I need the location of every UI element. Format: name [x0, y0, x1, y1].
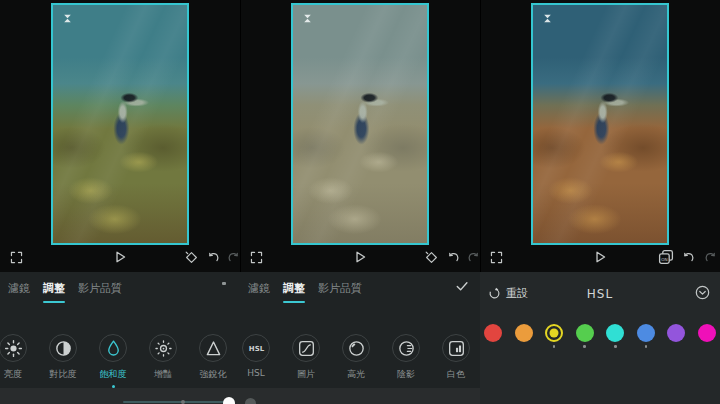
undo-icon[interactable]	[447, 251, 460, 264]
swatch-cyan-circle[interactable]	[606, 324, 624, 342]
underwater-photo	[53, 5, 187, 243]
tab-quality[interactable]: 影片品質	[318, 276, 362, 304]
underwater-photo	[293, 5, 427, 243]
fit-resize-icon[interactable]	[542, 13, 553, 24]
swatch-yellow[interactable]	[545, 324, 563, 348]
compare-icon[interactable]	[185, 251, 198, 264]
undo-icon[interactable]	[682, 251, 695, 264]
hsl-panel: 重設 HSL 色調 飽和度	[480, 272, 720, 404]
video-preview[interactable]	[531, 3, 669, 245]
redo-icon[interactable]	[467, 251, 480, 264]
video-preview[interactable]	[51, 3, 189, 245]
tool-white-label: 白色	[447, 368, 465, 381]
sharpen-icon	[199, 334, 227, 362]
modified-indicator-dot	[645, 345, 648, 348]
compare-on-icon[interactable]: ON	[658, 249, 674, 265]
tool-saturation-label: 飽和度	[100, 368, 127, 381]
tool-brightness-label: 亮度	[4, 368, 22, 381]
tool-vibrance-label: 增豔	[154, 368, 172, 381]
swatch-purple[interactable]	[667, 324, 685, 348]
shadow-icon	[392, 334, 420, 362]
swatch-green[interactable]	[576, 324, 594, 348]
tool-white[interactable]: 白色	[431, 334, 481, 381]
fit-resize-icon[interactable]	[62, 13, 73, 24]
swatch-magenta[interactable]	[698, 324, 716, 348]
swatch-blue[interactable]	[637, 324, 655, 348]
check-icon[interactable]	[455, 279, 469, 293]
play-icon[interactable]	[353, 250, 367, 264]
value-slider-center-marker	[181, 400, 185, 404]
swatch-yellow-circle[interactable]	[545, 324, 563, 342]
screenshot-adjust-basic: 濾鏡調整影片品質 亮度對比度飽和度增豔強銳化	[0, 0, 240, 404]
tab-adjust-label: 調整	[43, 282, 65, 295]
saturation-icon	[99, 334, 127, 362]
white-icon	[442, 334, 470, 362]
vibrance-icon	[149, 334, 177, 362]
screenshot-hsl: ON 重設 HSL 色調	[480, 0, 720, 404]
hsl-title: HSL	[480, 287, 720, 301]
video-preview[interactable]	[291, 3, 429, 245]
tool-vibrance[interactable]: 增豔	[138, 334, 188, 388]
redo-icon[interactable]	[704, 251, 717, 264]
tab-filter[interactable]: 濾鏡	[248, 276, 270, 304]
tab-quality-label: 影片品質	[78, 282, 122, 295]
hsl-color-row	[480, 324, 720, 348]
tool-contrast[interactable]: 對比度	[38, 334, 88, 388]
tool-shadow-label: 陰影	[397, 368, 415, 381]
contrast-icon	[49, 334, 77, 362]
tab-adjust[interactable]: 調整	[43, 276, 65, 304]
tool-strip: HSLHSL圖片高光陰影白色	[231, 334, 481, 381]
modified-indicator-dot	[614, 345, 617, 348]
tool-shadow[interactable]: 陰影	[381, 334, 431, 381]
play-icon[interactable]	[113, 250, 127, 264]
value-slider-strip	[240, 388, 480, 404]
tab-filter-label: 濾鏡	[8, 282, 30, 295]
undo-icon[interactable]	[207, 251, 220, 264]
swatch-cyan[interactable]	[606, 324, 624, 348]
brightness-icon	[0, 334, 27, 362]
hsl-header: 重設 HSL	[480, 283, 720, 305]
screenshot-adjust-scrolled: 濾鏡調整影片品質 HSLHSL圖片高光陰影白色	[240, 0, 480, 404]
tool-brightness[interactable]: 亮度	[0, 334, 38, 388]
hsl-icon: HSL	[242, 334, 270, 362]
modified-indicator-dot	[553, 345, 556, 348]
value-slider-track[interactable]	[123, 401, 233, 403]
redo-icon[interactable]	[227, 251, 240, 264]
swatch-green-circle[interactable]	[576, 324, 594, 342]
value-slider-knob[interactable]	[245, 398, 256, 404]
swatch-purple-circle[interactable]	[667, 324, 685, 342]
tab-quality[interactable]: 影片品質	[78, 276, 122, 304]
chevron-down-icon[interactable]	[695, 285, 710, 300]
highlight-icon	[342, 334, 370, 362]
tab-adjust-label: 調整	[283, 282, 305, 295]
compare-icon[interactable]	[425, 251, 438, 264]
swatch-orange[interactable]	[515, 324, 533, 348]
value-slider-knob[interactable]	[223, 397, 235, 404]
app: 濾鏡調整影片品質 亮度對比度飽和度增豔強銳化	[0, 0, 720, 404]
fullscreen-icon[interactable]	[10, 251, 23, 264]
svg-text:HSL: HSL	[248, 345, 264, 353]
swatch-blue-circle[interactable]	[637, 324, 655, 342]
tool-curves[interactable]: 圖片	[281, 334, 331, 381]
compare-on-badge: ON	[661, 257, 667, 262]
tab-adjust[interactable]: 調整	[283, 276, 305, 304]
swatch-red[interactable]	[484, 324, 502, 348]
underwater-photo	[533, 5, 667, 243]
swatch-magenta-circle[interactable]	[698, 324, 716, 342]
fit-resize-icon[interactable]	[302, 13, 313, 24]
modified-indicator-dot	[583, 345, 586, 348]
swatch-orange-circle[interactable]	[515, 324, 533, 342]
curves-icon	[292, 334, 320, 362]
tool-sharpen-label: 強銳化	[200, 368, 227, 381]
tool-hsl[interactable]: HSLHSL	[231, 334, 281, 381]
play-icon[interactable]	[593, 250, 607, 264]
tool-saturation[interactable]: 飽和度	[88, 334, 138, 388]
adjust-panel: 濾鏡調整影片品質 亮度對比度飽和度增豔強銳化	[0, 272, 240, 404]
tab-filter[interactable]: 濾鏡	[8, 276, 30, 304]
swatch-red-circle[interactable]	[484, 324, 502, 342]
panel-tabs: 濾鏡調整影片品質	[248, 276, 362, 304]
tool-strip: 亮度對比度飽和度增豔強銳化	[0, 334, 238, 388]
fullscreen-icon[interactable]	[490, 251, 503, 264]
tool-highlight[interactable]: 高光	[331, 334, 381, 381]
fullscreen-icon[interactable]	[250, 251, 263, 264]
